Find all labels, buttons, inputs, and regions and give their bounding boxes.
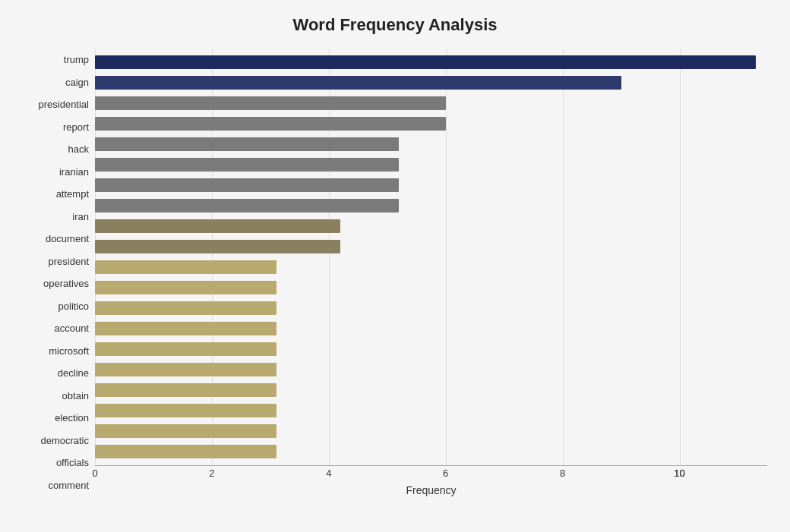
- x-tick: 6: [443, 467, 448, 479]
- bars-area: [95, 49, 767, 466]
- y-label: trump: [64, 55, 89, 65]
- bar-row: [95, 54, 767, 71]
- bar-row: [95, 300, 767, 316]
- y-axis-labels: trumpcaignpresidentialreporthackiraniana…: [23, 49, 95, 496]
- y-label: election: [55, 413, 89, 423]
- y-label: caign: [65, 77, 89, 87]
- y-label: report: [63, 122, 89, 132]
- bar-row: [95, 136, 767, 153]
- y-label: attempt: [56, 189, 89, 199]
- y-label: politico: [58, 301, 89, 311]
- bar-row: [95, 95, 767, 112]
- x-tick: 8: [560, 467, 565, 479]
- chart-container: Word Frequency Analysis trumpcaignpresid…: [0, 0, 790, 532]
- y-label: democratic: [40, 436, 89, 445]
- bar: [95, 240, 340, 253]
- y-label: comment: [49, 480, 89, 490]
- bar: [95, 322, 276, 335]
- bar: [95, 178, 399, 192]
- bar: [95, 445, 276, 458]
- y-label: presidential: [39, 99, 90, 109]
- bar: [95, 158, 399, 172]
- bar: [95, 404, 276, 417]
- bar: [95, 383, 276, 397]
- y-label: hack: [68, 144, 89, 154]
- bar: [95, 199, 399, 212]
- x-axis-label: Frequency: [95, 484, 767, 496]
- chart-title: Word Frequency Analysis: [23, 15, 767, 35]
- x-tick: 2: [209, 467, 214, 479]
- x-tick: 0: [92, 467, 97, 479]
- bar: [95, 55, 756, 69]
- bar-row: [95, 443, 767, 460]
- bar-row: [95, 423, 767, 439]
- bar-row: [95, 197, 767, 214]
- x-axis: 024681010 Frequency: [95, 466, 767, 496]
- bar-row: [95, 218, 767, 235]
- bar-row: [95, 320, 767, 337]
- bar: [95, 76, 621, 90]
- chart-area: trumpcaignpresidentialreporthackiraniana…: [23, 49, 767, 496]
- bar-row: [95, 115, 767, 132]
- bar: [95, 363, 276, 376]
- bar-row: [95, 238, 767, 255]
- bar: [95, 137, 399, 151]
- bar-row: [95, 279, 767, 296]
- bar: [95, 260, 276, 274]
- bar: [95, 342, 276, 356]
- y-label: microsoft: [49, 346, 89, 356]
- bar-row: [95, 361, 767, 378]
- bars-and-xaxis: 024681010 Frequency: [95, 49, 767, 496]
- bars-list: [95, 49, 767, 465]
- bar-row: [95, 177, 767, 194]
- bar: [95, 96, 446, 110]
- bar: [95, 117, 446, 131]
- x-tick: 4: [326, 467, 331, 479]
- bar-row: [95, 74, 767, 91]
- bar: [95, 424, 276, 438]
- bar: [95, 219, 340, 233]
- bar-row: [95, 402, 767, 419]
- bar-row: [95, 382, 767, 398]
- y-label: iran: [72, 212, 89, 222]
- y-label: decline: [58, 368, 89, 378]
- bar-row: [95, 341, 767, 357]
- y-label: document: [46, 234, 89, 244]
- y-label: obtain: [62, 391, 89, 401]
- y-label: officials: [56, 458, 89, 467]
- bar-row: [95, 259, 767, 275]
- bar-row: [95, 156, 767, 173]
- y-label: account: [54, 323, 89, 333]
- y-label: iranian: [59, 167, 89, 177]
- bar: [95, 281, 276, 294]
- y-label: operatives: [43, 279, 89, 288]
- x-tick: 10: [674, 467, 684, 479]
- bar: [95, 301, 276, 315]
- y-label: president: [49, 257, 89, 266]
